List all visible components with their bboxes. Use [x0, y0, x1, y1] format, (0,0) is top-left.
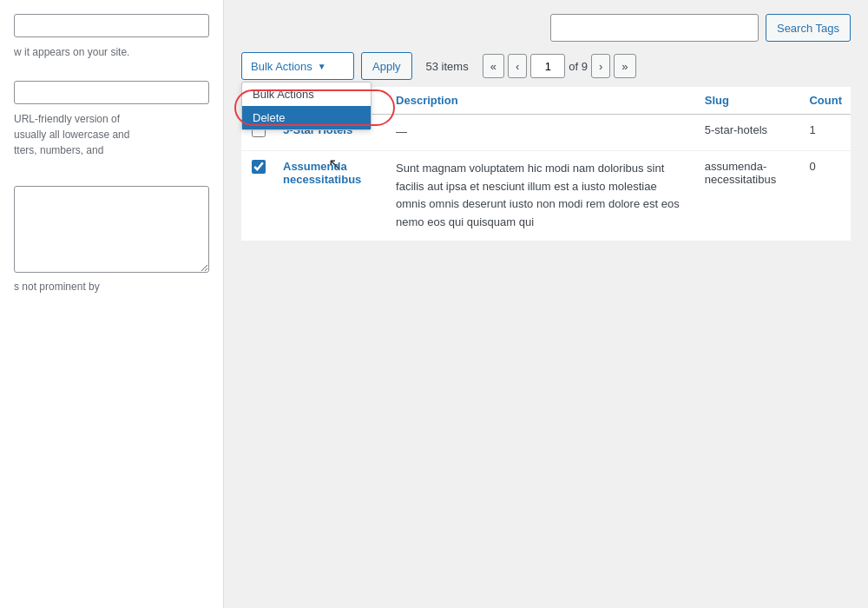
- name-field-group: w it appears on your site.: [14, 14, 209, 60]
- name-field-desc: w it appears on your site.: [14, 44, 209, 60]
- tag-description: Sunt magnam voluptatem hic modi nam dolo…: [387, 150, 696, 241]
- tag-name-link[interactable]: Assumenda necessitatibus: [283, 160, 361, 186]
- pagination-page-input[interactable]: [530, 54, 565, 78]
- pagination: « ‹ of 9 › »: [483, 54, 636, 78]
- slug-input[interactable]: [14, 81, 209, 104]
- bulk-actions-wrapper: Bulk Actions ▼ Bulk Actions Delete: [241, 52, 354, 80]
- search-input[interactable]: [550, 14, 759, 42]
- name-input[interactable]: [14, 14, 209, 37]
- slug-field-desc: URL-friendly version of usually all lowe…: [14, 111, 209, 158]
- main-content: Search Tags Bulk Actions ▼ Bulk Actions …: [224, 0, 868, 608]
- description-field-group: s not prominent by: [14, 186, 209, 294]
- pagination-first-button[interactable]: «: [483, 54, 504, 78]
- header-count[interactable]: Count: [800, 87, 851, 115]
- items-count: 53 items: [426, 60, 469, 73]
- table-row: Assumenda necessitatibusSunt magnam volu…: [241, 150, 851, 241]
- header-description[interactable]: Description: [387, 87, 696, 115]
- slug-field-group: URL-friendly version of usually all lowe…: [14, 81, 209, 158]
- tag-slug: assumenda-necessitatibus: [696, 150, 801, 241]
- dropdown-item-bulk-actions[interactable]: Bulk Actions: [242, 83, 371, 106]
- row-checkbox[interactable]: [252, 160, 266, 174]
- tag-description: —: [387, 115, 696, 151]
- pagination-prev-button[interactable]: ‹: [508, 54, 527, 78]
- bulk-actions-button[interactable]: Bulk Actions ▼: [241, 52, 354, 80]
- chevron-down-icon: ▼: [318, 62, 326, 71]
- search-tags-button[interactable]: Search Tags: [766, 14, 851, 42]
- tag-count: 1: [800, 115, 851, 151]
- header-slug[interactable]: Slug: [696, 87, 801, 115]
- description-textarea[interactable]: [14, 186, 209, 273]
- bulk-actions-dropdown: Bulk Actions Delete: [241, 82, 372, 130]
- dropdown-item-delete[interactable]: Delete: [242, 106, 371, 129]
- left-sidebar: w it appears on your site. URL-friendly …: [0, 0, 224, 608]
- apply-button[interactable]: Apply: [361, 52, 412, 80]
- description-field-desc: s not prominent by: [14, 279, 209, 294]
- pagination-next-button[interactable]: ›: [591, 54, 610, 78]
- top-search-bar: Search Tags: [241, 14, 851, 42]
- pagination-last-button[interactable]: »: [614, 54, 635, 78]
- bulk-actions-label: Bulk Actions: [251, 60, 312, 73]
- actions-bar: Bulk Actions ▼ Bulk Actions Delete Apply…: [241, 52, 851, 80]
- tag-count: 0: [800, 150, 851, 241]
- pagination-of-label: of 9: [569, 60, 588, 73]
- tag-slug: 5-star-hotels: [696, 115, 801, 151]
